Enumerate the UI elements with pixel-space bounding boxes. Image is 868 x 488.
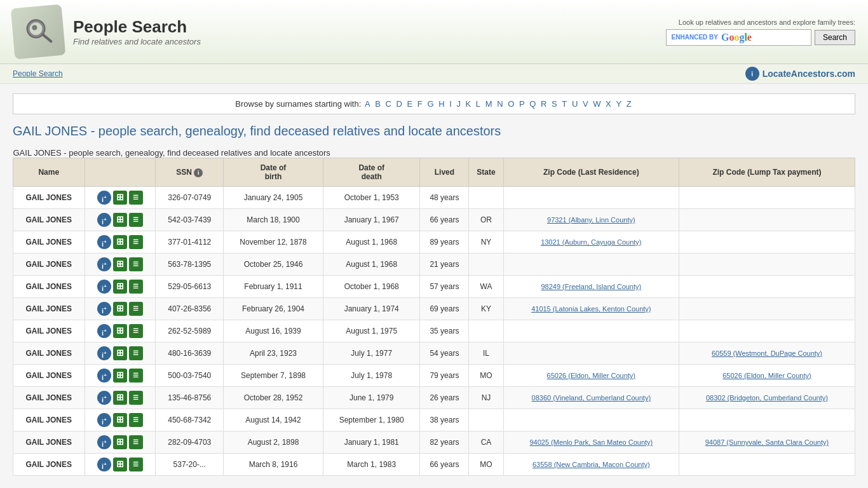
info-button[interactable]: i+	[97, 435, 111, 449]
cell-zip-tax[interactable]: 94087 (Sunnyvale, Santa Clara County)	[679, 431, 855, 454]
alpha-link-p[interactable]: P	[519, 99, 525, 109]
search-button[interactable]: Search	[815, 30, 855, 45]
add-button[interactable]: ⊞	[113, 235, 127, 249]
alpha-link-b[interactable]: B	[375, 99, 381, 109]
info-button[interactable]: i+	[97, 191, 111, 205]
alpha-link-n[interactable]: N	[497, 99, 503, 109]
cell-zip-res[interactable]: 65026 (Eldon, Miller County)	[503, 365, 679, 387]
zip-res-link[interactable]: 63558 (New Cambria, Macon County)	[532, 461, 650, 468]
alpha-link-y[interactable]: Y	[616, 99, 621, 109]
alpha-link-k[interactable]: K	[466, 99, 471, 109]
cell-zip-tax[interactable]: 08302 (Bridgeton, Cumberland County)	[679, 387, 855, 409]
alpha-link-h[interactable]: H	[438, 99, 444, 109]
alpha-link-s[interactable]: S	[552, 99, 557, 109]
add-button[interactable]: ⊞	[113, 302, 127, 316]
info-button[interactable]: i+	[97, 458, 111, 471]
add-button[interactable]: ⊞	[113, 324, 127, 338]
cell-ssn: 563-78-1395	[156, 254, 224, 276]
info-button[interactable]: i+	[97, 302, 111, 316]
alpha-link-o[interactable]: O	[508, 99, 514, 109]
cell-zip-res[interactable]: 98249 (Freeland, Island County)	[503, 276, 679, 298]
add-button[interactable]: ⊞	[113, 369, 127, 383]
info-button[interactable]: i+	[97, 346, 111, 360]
info-button[interactable]: i+	[97, 413, 111, 427]
cell-dob: April 23, 1923	[224, 342, 323, 365]
alpha-link-j[interactable]: J	[456, 99, 461, 109]
tree-button[interactable]: ☰	[129, 302, 143, 316]
alpha-link-q[interactable]: Q	[529, 99, 536, 109]
add-button[interactable]: ⊞	[113, 191, 127, 205]
add-button[interactable]: ⊞	[113, 257, 127, 271]
cell-zip-res[interactable]: 13021 (Auburn, Cayuga County)	[503, 231, 679, 254]
zip-res-link[interactable]: 65026 (Eldon, Miller County)	[547, 372, 635, 379]
cell-zip-tax[interactable]: 65026 (Eldon, Miller County)	[679, 365, 855, 387]
tree-button[interactable]: ☰	[129, 213, 143, 227]
cell-zip-res[interactable]: 08360 (Vineland, Cumberland County)	[503, 387, 679, 409]
tree-button[interactable]: ☰	[129, 235, 143, 249]
alpha-link-a[interactable]: A	[365, 99, 370, 109]
alpha-link-e[interactable]: E	[407, 99, 413, 109]
alpha-link-r[interactable]: R	[541, 99, 546, 109]
tree-button[interactable]: ☰	[129, 257, 143, 271]
tree-button[interactable]: ☰	[129, 391, 143, 405]
zip-res-link[interactable]: 97321 (Albany, Linn County)	[547, 216, 635, 224]
zip-res-link[interactable]: 94025 (Menlo Park, San Mateo County)	[529, 438, 653, 446]
zip-tax-link[interactable]: 60559 (Westmont, DuPage County)	[712, 349, 822, 357]
alpha-link-v[interactable]: V	[583, 99, 588, 109]
info-button[interactable]: i+	[97, 391, 111, 405]
info-button[interactable]: i+	[97, 280, 111, 294]
alpha-link-t[interactable]: T	[562, 99, 567, 109]
zip-res-link[interactable]: 98249 (Freeland, Island County)	[541, 283, 641, 290]
alpha-link-c[interactable]: C	[386, 99, 391, 109]
cell-zip-res[interactable]: 97321 (Albany, Linn County)	[503, 209, 679, 231]
info-button[interactable]: i+	[97, 257, 111, 271]
breadcrumb-bar: People Search i LocateAncestors.com	[0, 64, 868, 84]
add-button[interactable]: ⊞	[113, 413, 127, 427]
zip-res-link[interactable]: 13021 (Auburn, Cayuga County)	[541, 238, 641, 246]
add-button[interactable]: ⊞	[113, 280, 127, 294]
info-button[interactable]: i+	[97, 324, 111, 338]
tree-button[interactable]: ☰	[129, 346, 143, 360]
tree-button[interactable]: ☰	[129, 369, 143, 383]
zip-tax-link[interactable]: 94087 (Sunnyvale, Santa Clara County)	[705, 438, 829, 446]
alpha-link-i[interactable]: I	[449, 99, 452, 109]
alpha-link-z[interactable]: Z	[627, 99, 632, 109]
cell-zip-res[interactable]: 63558 (New Cambria, Macon County)	[503, 454, 679, 476]
tree-button[interactable]: ☰	[129, 435, 143, 449]
alpha-link-l[interactable]: L	[476, 99, 480, 109]
add-button[interactable]: ⊞	[113, 435, 127, 449]
tree-button[interactable]: ☰	[129, 458, 143, 471]
zip-res-link[interactable]: 08360 (Vineland, Cumberland County)	[532, 394, 651, 402]
add-button[interactable]: ⊞	[113, 346, 127, 360]
col-state: State	[469, 158, 503, 187]
alpha-link-w[interactable]: W	[593, 99, 600, 109]
info-button[interactable]: i+	[97, 369, 111, 383]
zip-tax-link[interactable]: 65026 (Eldon, Miller County)	[722, 372, 811, 379]
cell-zip-res[interactable]: 94025 (Menlo Park, San Mateo County)	[503, 431, 679, 454]
info-button[interactable]: i+	[97, 235, 111, 249]
alpha-link-u[interactable]: U	[572, 99, 578, 109]
alpha-link-m[interactable]: M	[485, 99, 492, 109]
alpha-link-g[interactable]: G	[427, 99, 433, 109]
add-button[interactable]: ⊞	[113, 391, 127, 405]
cell-zip-tax	[679, 320, 855, 342]
tree-button[interactable]: ☰	[129, 191, 143, 205]
zip-res-link[interactable]: 41015 (Latonia Lakes, Kenton County)	[531, 305, 651, 313]
tree-button[interactable]: ☰	[129, 413, 143, 427]
cell-zip-tax[interactable]: 60559 (Westmont, DuPage County)	[679, 342, 855, 365]
add-button[interactable]: ⊞	[113, 458, 127, 471]
alpha-link-f[interactable]: F	[417, 99, 423, 109]
main-content: GAIL JONES - people search, genealogy, f…	[13, 148, 855, 476]
tree-button[interactable]: ☰	[129, 324, 143, 338]
info-button[interactable]: i+	[97, 213, 111, 227]
search-input[interactable]	[755, 33, 806, 42]
cell-zip-res[interactable]: 41015 (Latonia Lakes, Kenton County)	[503, 298, 679, 320]
tree-button[interactable]: ☰	[129, 280, 143, 294]
locate-ancestors-logo[interactable]: i LocateAncestors.com	[745, 67, 855, 81]
ssn-info-icon[interactable]: i	[194, 168, 203, 177]
zip-tax-link[interactable]: 08302 (Bridgeton, Cumberland County)	[706, 394, 828, 402]
breadcrumb-link[interactable]: People Search	[13, 69, 63, 78]
alpha-link-x[interactable]: X	[606, 99, 611, 109]
alpha-link-d[interactable]: D	[397, 99, 402, 109]
add-button[interactable]: ⊞	[113, 213, 127, 227]
